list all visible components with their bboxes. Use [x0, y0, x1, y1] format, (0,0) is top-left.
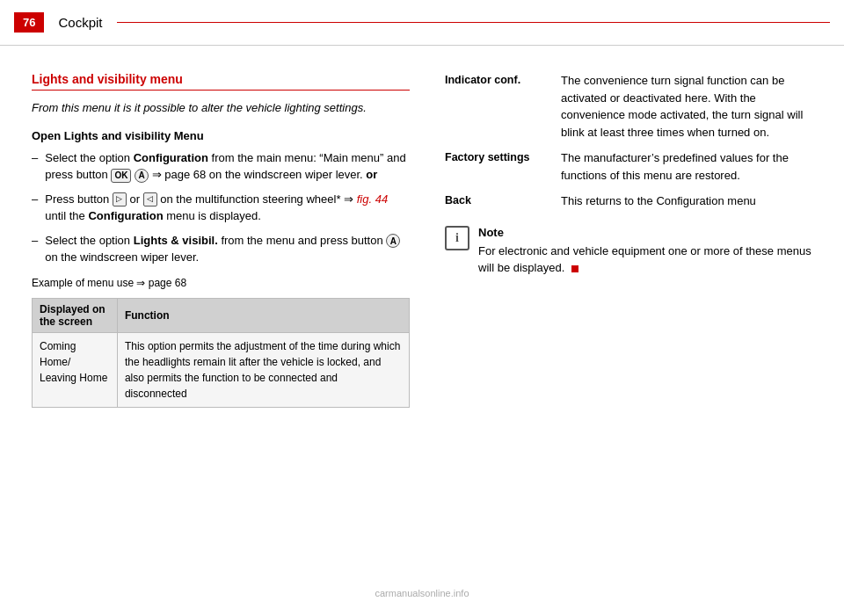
- def-row-back: Back This returns to the Configuration m…: [445, 192, 812, 210]
- bullet-dash: –: [32, 232, 38, 266]
- table-row: Coming Home/Leaving Home This option per…: [33, 332, 410, 407]
- table-header-screen: Displayed on the screen: [33, 298, 118, 332]
- def-term-indicator: Indicator conf.: [445, 72, 550, 141]
- left-arrow-button-icon: ◁: [143, 192, 157, 207]
- intro-text: From this menu it is it possible to alte…: [32, 99, 410, 117]
- list-item: – Press button ▷ or ◁ on the multifuncti…: [32, 191, 410, 225]
- def-desc-back: This returns to the Configuration menu: [561, 192, 812, 210]
- def-row-factory: Factory settings The manufacturer’s pred…: [445, 149, 812, 184]
- table-cell-name: Coming Home/Leaving Home: [33, 332, 118, 407]
- bullet-text-2: Press button ▷ or ◁ on the multifunction…: [45, 191, 410, 225]
- right-column: Indicator conf. The convenience turn sig…: [445, 72, 812, 408]
- table-header-function: Function: [117, 298, 409, 332]
- note-title: Note: [478, 226, 812, 239]
- def-desc-factory: The manufacturer’s predefined values for…: [561, 149, 812, 184]
- header-line: [117, 22, 831, 23]
- bullet-dash: –: [32, 191, 38, 225]
- note-icon: i: [445, 226, 469, 250]
- page-number: 76: [14, 12, 44, 33]
- bullet-text-3: Select the option Lights & visibil. from…: [45, 232, 410, 266]
- left-column: Lights and visibility menu From this men…: [32, 72, 410, 408]
- note-text: For electronic and vehicle equipment one…: [478, 243, 812, 277]
- list-item: – Select the option Configuration from t…: [32, 149, 410, 184]
- def-term-back: Back: [445, 192, 550, 210]
- page-title: Cockpit: [58, 15, 102, 30]
- bullet-dash: –: [32, 149, 38, 184]
- definition-list: Indicator conf. The convenience turn sig…: [445, 72, 812, 210]
- header-bar: 76 Cockpit: [0, 0, 844, 46]
- note-box: i Note For electronic and vehicle equipm…: [445, 226, 812, 277]
- note-content: Note For electronic and vehicle equipmen…: [478, 226, 812, 277]
- bullet-list: – Select the option Configuration from t…: [32, 149, 410, 266]
- a-button-icon: A: [135, 169, 149, 183]
- end-marker: [571, 265, 578, 272]
- ok-button-icon: OK: [111, 169, 131, 183]
- list-item: – Select the option Lights & visibil. fr…: [32, 232, 410, 266]
- table-cell-desc: This option permits the adjustment of th…: [117, 332, 409, 407]
- info-table: Displayed on the screen Function Coming …: [32, 298, 410, 408]
- a-button-icon-2: A: [386, 234, 400, 248]
- def-term-factory: Factory settings: [445, 149, 550, 184]
- right-arrow-button-icon: ▷: [113, 192, 127, 207]
- def-desc-indicator: The convenience turn signal function can…: [561, 72, 812, 141]
- section-title: Lights and visibility menu: [32, 72, 410, 91]
- open-heading: Open Lights and visibility Menu: [32, 129, 410, 142]
- main-content: Lights and visibility menu From this men…: [0, 46, 844, 434]
- def-row-indicator: Indicator conf. The convenience turn sig…: [445, 72, 812, 141]
- example-text: Example of menu use ⇒ page 68: [32, 277, 410, 289]
- bullet-text-1: Select the option Configuration from the…: [45, 149, 410, 184]
- watermark: carmanualsonline.info: [375, 588, 469, 598]
